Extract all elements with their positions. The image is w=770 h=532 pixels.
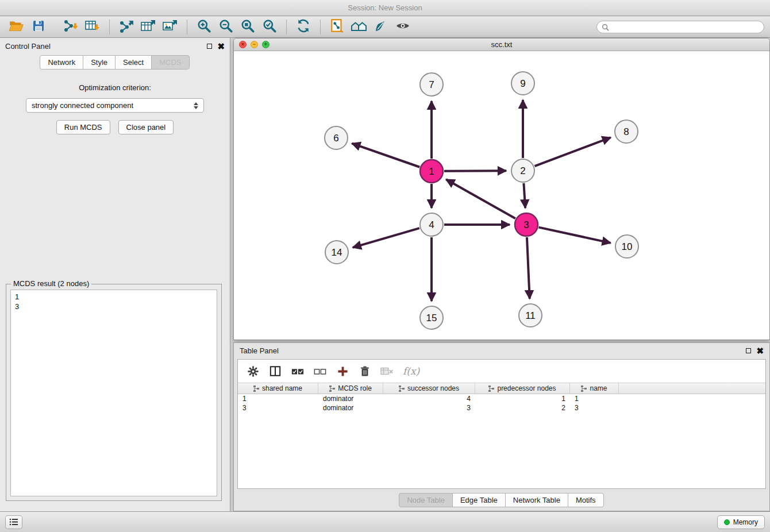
zoom-fit-button[interactable] [239, 18, 256, 36]
table-cell[interactable]: dominator [318, 394, 383, 403]
zoom-in-button[interactable] [195, 18, 213, 36]
optimization-criterion-select[interactable]: strongly connected component [26, 98, 204, 113]
table-panel-title: Table Panel [240, 346, 279, 355]
edge-3-1[interactable] [446, 179, 515, 218]
mcds-result-title: MCDS result (2 nodes) [11, 279, 91, 288]
close-panel-icon[interactable]: ✖ [217, 42, 225, 51]
export-table-button[interactable] [140, 18, 157, 36]
table-row[interactable]: 1dominator411 [238, 394, 765, 403]
table-cell[interactable]: 3 [383, 403, 475, 413]
search-icon [602, 24, 609, 31]
edge-1-6[interactable] [352, 144, 419, 167]
show-column-button[interactable] [268, 364, 282, 378]
edge-1-2[interactable] [444, 171, 506, 171]
edge-4-14[interactable] [353, 228, 419, 248]
node-label-2: 2 [520, 165, 525, 176]
refresh-layout-button[interactable] [295, 18, 312, 36]
network-window: scc.txt × − + 7968124314101511 [233, 38, 770, 340]
tab-network-table[interactable]: Network Table [505, 493, 568, 507]
dropdown-stepper-icon [194, 102, 198, 109]
zoom-out-icon [218, 18, 233, 36]
task-history-button[interactable] [5, 515, 22, 529]
table-cell[interactable]: 1 [570, 394, 619, 403]
mcds-result-list[interactable]: 13 [10, 290, 217, 496]
function-builder-button: f(x) [403, 365, 419, 377]
gear-icon [247, 365, 259, 377]
export-image-icon [162, 19, 178, 35]
control-panel-tabs: Network Style Select MCDS [0, 55, 230, 70]
run-mcds-button[interactable]: Run MCDS [56, 120, 110, 134]
title-bar: Session: New Session [0, 0, 770, 16]
save-session-icon [32, 19, 45, 35]
toolbar-separator [187, 20, 187, 34]
import-network-button[interactable] [62, 18, 79, 36]
select-all-rows-button[interactable] [291, 364, 305, 378]
float-panel-icon[interactable] [207, 44, 212, 49]
node-label-3: 3 [523, 219, 529, 230]
table-row[interactable]: 3dominator323 [238, 403, 765, 413]
show-hide-button[interactable] [394, 18, 411, 36]
column-header-successor-nodes[interactable]: successor nodes [383, 383, 475, 394]
toolbar-separator [109, 20, 110, 34]
minimize-window-icon[interactable]: − [251, 41, 258, 48]
deselect-all-rows-button[interactable] [313, 364, 327, 378]
tab-motifs[interactable]: Motifs [568, 493, 604, 507]
edge-3-10[interactable] [538, 228, 610, 243]
network-canvas[interactable]: 7968124314101511 [234, 51, 769, 340]
table-toolbar: f(x) [238, 360, 765, 383]
close-panel-button[interactable]: Close panel [118, 120, 174, 134]
table-cell[interactable]: dominator [318, 403, 383, 413]
mcds-result-item[interactable]: 1 [15, 292, 213, 302]
zoom-out-button[interactable] [217, 18, 234, 36]
create-column-button[interactable] [336, 364, 349, 378]
tab-style[interactable]: Style [83, 55, 116, 70]
edge-2-3[interactable] [523, 183, 525, 208]
search-input[interactable] [613, 23, 759, 31]
style-brush-button[interactable] [372, 18, 390, 36]
network-window-titlebar[interactable]: scc.txt × − + [234, 38, 769, 51]
close-window-icon[interactable]: × [239, 41, 247, 48]
save-session-button[interactable] [30, 18, 47, 36]
close-table-panel-icon[interactable]: ✖ [756, 346, 764, 355]
export-network-icon [118, 19, 134, 35]
table-body: 1dominator4113dominator323 [238, 394, 765, 413]
table-cell[interactable]: 1 [238, 394, 318, 403]
toolbar-separator [286, 20, 287, 34]
double-home-button[interactable] [351, 18, 368, 36]
tab-network[interactable]: Network [40, 55, 83, 70]
list-icon [9, 518, 18, 526]
table-cell[interactable]: 1 [475, 394, 570, 403]
new-network-from-selection-icon [329, 18, 345, 36]
open-session-button[interactable] [8, 18, 25, 36]
attribute-icon [253, 385, 259, 392]
column-header-name[interactable]: name [570, 383, 619, 394]
float-table-panel-icon[interactable] [746, 348, 751, 353]
table-settings-button[interactable] [246, 364, 260, 378]
maximize-window-icon[interactable]: + [262, 41, 270, 48]
tab-select[interactable]: Select [115, 55, 152, 70]
new-network-from-selection-button[interactable] [329, 18, 346, 36]
table-cell[interactable]: 4 [383, 394, 475, 403]
column-header-shared-name[interactable]: shared name [238, 383, 318, 394]
delete-column-button[interactable] [358, 364, 372, 378]
toolbar-search[interactable] [596, 21, 764, 33]
export-image-button[interactable] [161, 18, 179, 36]
tab-edge-table[interactable]: Edge Table [452, 493, 506, 507]
memory-button[interactable]: Memory [717, 515, 765, 529]
zoom-selected-icon [262, 18, 277, 36]
double-home-icon [351, 19, 368, 35]
table-cell[interactable]: 3 [238, 403, 318, 413]
column-header-predecessor-nodes[interactable]: predecessor nodes [475, 383, 570, 394]
edge-3-11[interactable] [527, 237, 530, 299]
import-table-button[interactable] [84, 18, 101, 36]
mcds-result-item[interactable]: 3 [15, 302, 213, 311]
edge-2-8[interactable] [535, 137, 611, 166]
zoom-selected-button[interactable] [261, 18, 278, 36]
table-panel-body: f(x) shared nameMCDS rolesuccessor nodes… [237, 359, 766, 489]
table-cell[interactable]: 2 [475, 403, 570, 413]
table-cell[interactable]: 3 [570, 403, 619, 413]
column-header-MCDS-role[interactable]: MCDS role [318, 383, 383, 394]
tab-node-table[interactable]: Node Table [399, 493, 453, 507]
export-network-button[interactable] [118, 18, 135, 36]
tab-mcds[interactable]: MCDS [151, 55, 189, 70]
